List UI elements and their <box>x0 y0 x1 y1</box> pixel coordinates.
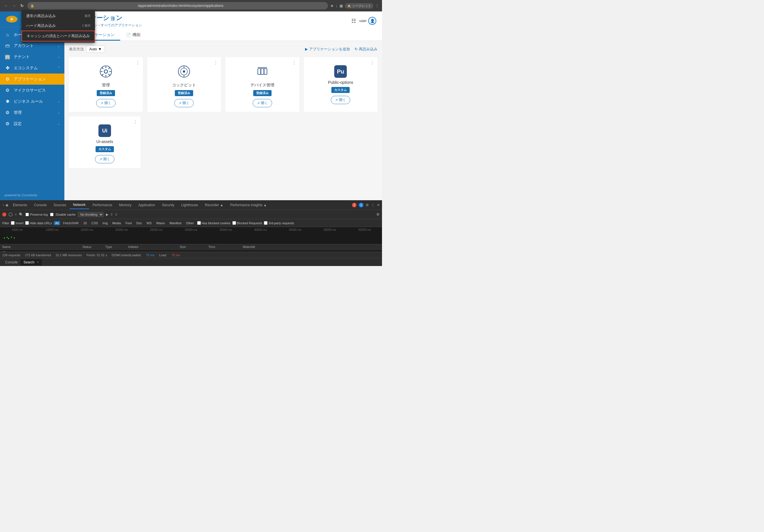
tab-lighthouse[interactable]: Lighthouse <box>178 201 201 209</box>
card-badge-device: 登録済み <box>253 90 272 96</box>
third-party-checkbox[interactable] <box>264 221 268 225</box>
hide-data-urls-label[interactable]: Hide data URLs <box>25 221 52 225</box>
resources-size: 10.1 MB resources <box>56 254 82 257</box>
disable-cache-checkbox[interactable] <box>50 213 54 216</box>
disable-cache-label[interactable]: Disable cache <box>50 213 76 216</box>
tab-icon[interactable]: ▣ <box>339 3 343 8</box>
has-blocked-label[interactable]: Has blocked cookies <box>197 221 231 225</box>
close-devtools-icon[interactable]: ✕ <box>377 203 380 207</box>
filter-js[interactable]: JS <box>82 221 89 225</box>
bottom-tab-bar: Console Search ✕ <box>0 258 382 266</box>
tab-application[interactable]: Application <box>135 201 158 209</box>
mark-35000: 35000 ms <box>208 228 243 231</box>
upload-icon[interactable]: ⇧ <box>110 213 113 217</box>
bottom-tab-search[interactable]: Search ✕ <box>21 259 42 266</box>
context-menu-clear-cache[interactable]: キャッシュの消去とハード再読み込み <box>21 31 95 42</box>
context-menu-hard-reload[interactable]: ハード再読み込み ⇧⌘R <box>21 21 95 31</box>
filter-all[interactable]: All <box>54 221 60 225</box>
filter-wasm[interactable]: Wasm <box>155 221 166 225</box>
auto-dropdown[interactable]: Auto ▼ <box>86 46 105 53</box>
invert-checkbox[interactable] <box>11 221 15 225</box>
card-menu-ui[interactable]: ⋮ <box>133 119 138 125</box>
sidebar-item-business-rules[interactable]: ✱ ビジネス ルール ⌄ <box>0 96 64 107</box>
tab-sources[interactable]: Sources <box>50 201 70 209</box>
filter-font[interactable]: Font <box>124 221 133 225</box>
content-toolbar: 表示方法 Auto ▼ ▶ アプリケーションを追加 ↻ 再読み込み <box>69 46 377 53</box>
filter-icon[interactable]: ▿ <box>15 213 17 217</box>
bottom-tab-console[interactable]: Console <box>2 259 21 266</box>
tab-elements[interactable]: Elements <box>9 201 31 209</box>
card-menu-kanri[interactable]: ⋮ <box>135 60 140 66</box>
filter-doc[interactable]: Doc <box>135 221 143 225</box>
clear-button[interactable] <box>9 213 13 217</box>
card-badge-public: カスタム <box>331 87 350 93</box>
tab-console[interactable]: Console <box>31 201 50 209</box>
sidebar-item-admin[interactable]: ⚙ 管理 ⌄ <box>0 107 64 118</box>
tab-recorder[interactable]: Recorder ▲ <box>201 201 227 209</box>
user-menu[interactable]: user 👤 <box>359 17 376 25</box>
more-icon[interactable]: ⋮ <box>371 203 375 207</box>
ui-icon: Ui <box>98 124 111 137</box>
context-menu-reload[interactable]: 通常の再読み込み ⌘R <box>21 11 95 21</box>
back-button[interactable]: ← <box>3 3 9 9</box>
tab-features[interactable]: 📄 機能 <box>120 30 146 41</box>
filter-fetch-xhr[interactable]: Fetch/XHR <box>62 221 80 225</box>
card-menu-cockpit[interactable]: ⋮ <box>214 60 218 66</box>
settings-gear-icon[interactable]: ⚙ <box>366 203 369 207</box>
tab-memory[interactable]: Memory <box>115 201 135 209</box>
download-icon[interactable]: ↓ <box>336 3 338 8</box>
filter-ws[interactable]: WS <box>145 221 153 225</box>
sidebar-item-microservices[interactable]: ⚙ マイクロサービス <box>0 85 64 96</box>
open-btn-ui[interactable]: ↗ 開く <box>95 155 114 163</box>
tab-security[interactable]: Security <box>158 201 178 209</box>
filter-other[interactable]: Other <box>185 221 195 225</box>
open-btn-device[interactable]: ↗ 開く <box>253 99 272 107</box>
has-blocked-checkbox[interactable] <box>197 221 201 225</box>
sidebar-item-applications[interactable]: ⚙ アプリケーション <box>0 74 64 85</box>
card-menu-public[interactable]: ⋮ <box>370 60 375 66</box>
open-icon-public: ↗ <box>335 98 338 102</box>
search-icon[interactable]: 🔍 <box>19 213 23 217</box>
filter-manifest[interactable]: Manifest <box>168 221 183 225</box>
settings-network-icon[interactable]: ⚙ <box>376 212 380 217</box>
download-icon[interactable]: ⇩ <box>115 213 117 217</box>
sidebar-item-settings[interactable]: ⚙ 設定 ⌄ <box>0 118 64 129</box>
card-menu-device[interactable]: ⋮ <box>292 60 296 66</box>
filter-css[interactable]: CSS <box>90 221 99 225</box>
add-application-button[interactable]: ▶ アプリケーションを追加 <box>305 47 350 52</box>
device-icon-svg <box>256 65 269 78</box>
header-right: ☷ user 👤 <box>351 17 376 25</box>
reload-button[interactable]: ↻ 再読み込み <box>354 47 377 52</box>
sidebar-item-ecosystem[interactable]: ✤ エコシステム ⌃ <box>0 62 64 74</box>
open-btn-public[interactable]: ↗ 開く <box>331 96 350 104</box>
hide-data-urls-checkbox[interactable] <box>25 221 29 225</box>
tab-network[interactable]: Network <box>70 201 89 209</box>
preserve-log-label[interactable]: Preserve log <box>26 213 48 216</box>
tab-perf-insights[interactable]: Performance insights ▲ <box>227 201 271 209</box>
preserve-log-checkbox[interactable] <box>26 213 29 216</box>
menu-icon[interactable]: ⋮ <box>375 3 379 8</box>
filter-label: Filter <box>2 221 9 225</box>
tab-performance[interactable]: Performance <box>89 201 115 209</box>
header-area: アプリケーション アプリケーション › すべてのアプリケーション ☷ user … <box>64 11 382 41</box>
grid-icon[interactable]: ☷ <box>351 18 356 24</box>
filter-img[interactable]: Img <box>101 221 109 225</box>
svg-point-24 <box>11 237 12 238</box>
filter-media[interactable]: Media <box>111 221 122 225</box>
forward-button[interactable]: → <box>11 3 17 9</box>
throttle-select[interactable]: No throttling <box>78 212 103 217</box>
filter-bar: Filter Invert Hide data URLs All Fetch/X… <box>0 219 382 227</box>
reload-button[interactable]: ↻ <box>19 3 25 9</box>
invert-label[interactable]: Invert <box>11 221 24 225</box>
blocked-req-checkbox[interactable] <box>232 221 236 225</box>
open-btn-kanri[interactable]: ↗ 開く <box>96 99 115 107</box>
record-button[interactable] <box>2 213 6 217</box>
blocked-req-label[interactable]: Blocked Requests <box>232 221 263 225</box>
third-party-label[interactable]: 3rd-party requests <box>264 221 294 225</box>
table-row[interactable]: binaries 201 XHR app.ee3fb26....js:2 1.0… <box>0 250 382 252</box>
address-bar[interactable]: 🔒 /apps/administration/index.html#/ecosy… <box>28 2 328 9</box>
open-btn-cockpit[interactable]: ↗ 開く <box>174 99 194 107</box>
close-search-tab-icon[interactable]: ✕ <box>37 261 39 264</box>
star-icon[interactable]: ★ <box>330 3 334 8</box>
sidebar-item-tenant[interactable]: 🏢 テナント ⌄ <box>0 51 64 62</box>
